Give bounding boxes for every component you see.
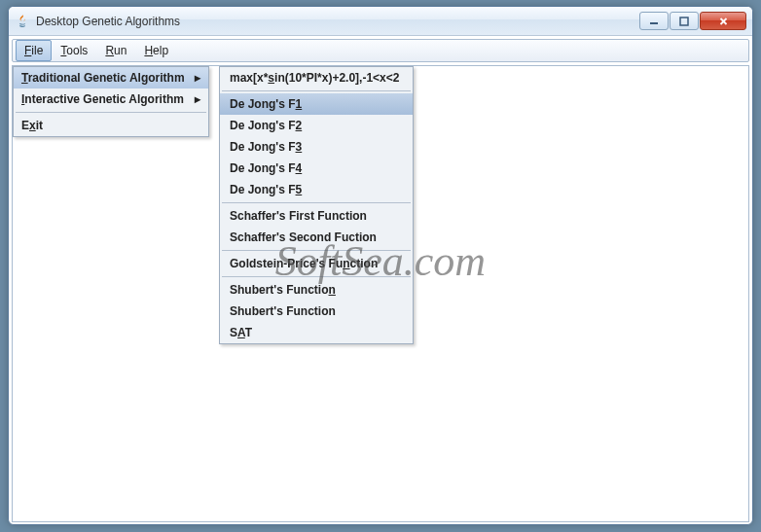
- menu-help[interactable]: Help: [135, 40, 177, 61]
- submenu-item[interactable]: Schaffer's First Function: [220, 205, 413, 227]
- menu-file[interactable]: File: [16, 40, 52, 61]
- submenu-item[interactable]: SAT: [220, 322, 413, 343]
- minimize-button[interactable]: [639, 12, 669, 30]
- app-window: Desktop Genetic Algorithms File Tools Ru…: [8, 6, 753, 525]
- submenu-separator: [222, 202, 411, 203]
- file-dropdown: Traditional Genetic Algorithm▸Interactiv…: [13, 66, 209, 137]
- submenu-separator: [222, 276, 411, 277]
- submenu-item[interactable]: De Jong's F5: [220, 179, 413, 200]
- menu-run[interactable]: Run: [96, 40, 135, 61]
- menu-item-label: Interactive Genetic Algorithm: [21, 92, 184, 106]
- submenu-item[interactable]: max[x*sin(10*PI*x)+2.0],-1<x<2: [220, 67, 413, 89]
- menu-item-label: Traditional Genetic Algorithm: [21, 71, 185, 85]
- traditional-submenu: max[x*sin(10*PI*x)+2.0],-1<x<2De Jong's …: [219, 66, 414, 344]
- window-controls: [639, 12, 746, 30]
- menubar: File Tools Run Help: [12, 39, 749, 62]
- file-menu-item[interactable]: Exit: [14, 115, 208, 136]
- svg-rect-1: [680, 18, 688, 25]
- maximize-button[interactable]: [670, 12, 699, 30]
- close-button[interactable]: [700, 12, 746, 30]
- submenu-arrow-icon: ▸: [195, 92, 200, 106]
- submenu-item[interactable]: Goldstein-Price's Function: [220, 253, 413, 274]
- file-menu-item[interactable]: Interactive Genetic Algorithm▸: [14, 89, 208, 110]
- window-title: Desktop Genetic Algorithms: [36, 15, 639, 28]
- submenu-item[interactable]: De Jong's F2: [220, 115, 413, 136]
- submenu-item[interactable]: De Jong's F3: [220, 136, 413, 158]
- menu-tools[interactable]: Tools: [52, 40, 96, 61]
- titlebar[interactable]: Desktop Genetic Algorithms: [9, 7, 752, 36]
- content-area: Traditional Genetic Algorithm▸Interactiv…: [12, 65, 749, 522]
- java-icon: [15, 14, 30, 29]
- svg-rect-0: [650, 22, 658, 24]
- submenu-separator: [222, 250, 411, 251]
- submenu-separator: [222, 90, 411, 91]
- submenu-item[interactable]: Shubert's Function: [220, 301, 413, 322]
- submenu-item[interactable]: De Jong's F1: [220, 93, 413, 115]
- menu-item-label: Exit: [21, 119, 43, 132]
- submenu-item[interactable]: De Jong's F4: [220, 158, 413, 179]
- file-menu-item[interactable]: Traditional Genetic Algorithm▸: [14, 67, 208, 89]
- submenu-arrow-icon: ▸: [195, 71, 200, 85]
- menu-separator: [16, 112, 206, 113]
- submenu-item[interactable]: Shubert's Function: [220, 279, 413, 301]
- submenu-item[interactable]: Schaffer's Second Fuction: [220, 227, 413, 248]
